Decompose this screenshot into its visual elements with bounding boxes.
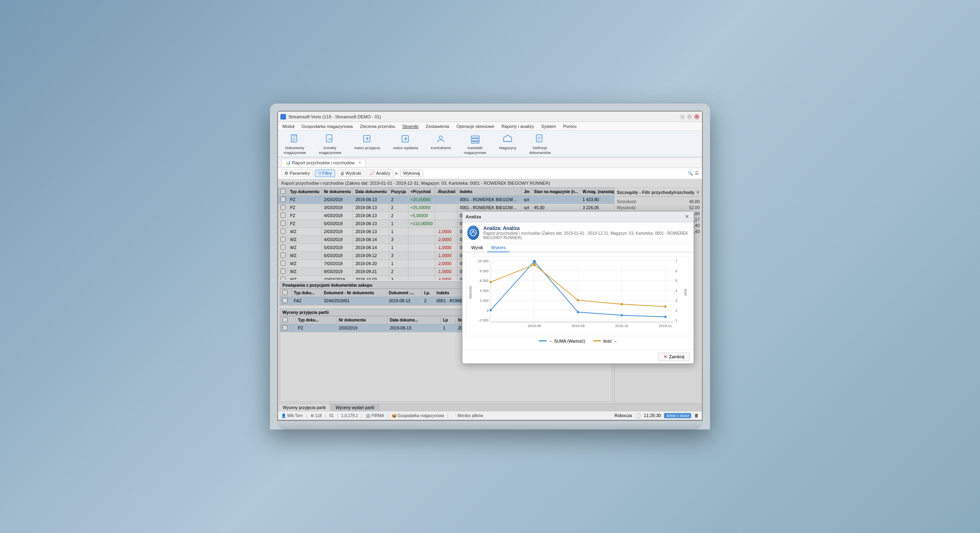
modal-tabs: Wynik Wykres (462, 244, 694, 252)
firma-icon: 🏢 (366, 413, 370, 418)
ribbon-label-awizo-w: Awizo wydania (393, 146, 418, 150)
ribbon-btn-magazyny[interactable]: Magazyny (497, 132, 519, 156)
tab-raport-close[interactable]: ✕ (358, 160, 361, 165)
sep4: | (361, 413, 362, 418)
status-location: 01 (329, 413, 334, 418)
svg-text:7: 7 (675, 259, 677, 263)
ribbon-btn-definicje[interactable]: Definicjedokumentów (527, 132, 553, 156)
svg-rect-12 (471, 139, 479, 141)
svg-text:6 000: 6 000 (480, 279, 488, 283)
ribbon-btn-awizo-p[interactable]: Awizo przyjęcia (352, 132, 382, 156)
modal-tab-wynik[interactable]: Wynik (467, 244, 487, 252)
toolbar-wydruki[interactable]: 🖨 Wydruki (337, 170, 365, 177)
menu-modul[interactable]: Moduł (281, 124, 296, 129)
suma-dot-2 (533, 260, 536, 263)
chart-container: 10 000 8 000 6 000 4 000 2 000 0 -2 000 … (466, 256, 690, 336)
legend-ilosc-label: Ilość → (603, 339, 617, 343)
status-company-id: ⚙ 118 (310, 413, 322, 418)
menu-system[interactable]: System (540, 124, 557, 129)
sep5: | (387, 413, 388, 418)
sep2: | (325, 413, 326, 418)
time-label: 11:25:30 (644, 413, 661, 418)
minimize-btn[interactable]: ─ (680, 114, 685, 120)
korekty-icon (324, 134, 336, 145)
wydruki-label: Wydruki (346, 171, 362, 176)
tab-raport-label: Raport przychodów i rozchodów (292, 160, 355, 165)
ribbon-btn-kartoteki[interactable]: Kartotekimagazynowe (462, 132, 489, 156)
svg-text:2019-08: 2019-08 (528, 324, 541, 328)
toolbar-analizy[interactable]: 📈 Analizy (366, 170, 393, 177)
company-id-label: 118 (315, 413, 322, 418)
svg-text:4 000: 4 000 (480, 289, 488, 293)
ilosc-dot-1 (490, 281, 492, 283)
menu-operacje[interactable]: Operacje okresowe (455, 124, 496, 129)
user-icon: 👤 (281, 413, 286, 418)
legend-suma: ← SUMA (Wartość) (539, 339, 585, 343)
module-icon: 📦 (392, 413, 396, 418)
suma-dot-4 (620, 314, 623, 316)
modal-header-title: Analiza: Analiza (483, 226, 689, 231)
ribbon-label-korekty: Korektymagazynowe (319, 146, 341, 155)
svg-text:2: 2 (675, 309, 677, 313)
svg-text:-2 000: -2 000 (478, 318, 488, 322)
clock-icon: 🕐 (635, 413, 641, 418)
menu-icon[interactable]: ☰ (695, 171, 699, 176)
kontrah-icon (435, 134, 446, 145)
svg-rect-1 (292, 135, 296, 137)
modal-header: Analiza: Analiza Raport przychodów i roz… (462, 222, 694, 244)
app-title: Streamsoft Verto (118 - Streamsoft DEMO … (288, 114, 381, 119)
status-firma: 🏢 FIRMA (366, 413, 384, 418)
modal-tab-wykres[interactable]: Wykres (487, 244, 510, 252)
ribbon-btn-korekty[interactable]: Korektymagazynowe (316, 132, 344, 156)
svg-text:2019-11: 2019-11 (659, 324, 672, 328)
title-bar-controls[interactable]: ─ □ ✕ (680, 114, 700, 120)
menu-pomoc[interactable]: Pomoc (562, 124, 578, 129)
ribbon: Dokumentymagazynowe Korektymagazynowe (278, 131, 702, 158)
ribbon-btn-dokumenty[interactable]: Dokumentymagazynowe (281, 132, 308, 156)
menu-gosp-mag[interactable]: Gospodarka magazynowa (300, 124, 354, 129)
tab-bar: 📊 Raport przychodów i rozchodów ✕ (278, 158, 702, 168)
legend-ilosc: Ilość → (593, 339, 617, 343)
modal-zamknij-label: Zamknij (669, 354, 684, 359)
menu-zlecenia[interactable]: Zlecenia przerobu (359, 124, 396, 129)
filtry-label: Filtry (322, 171, 332, 176)
analiza-modal: Analiza ✕ Analiza: Analiza (462, 211, 694, 364)
maximize-btn[interactable]: □ (687, 114, 692, 120)
company-icon: ⚙ (310, 413, 314, 418)
wydruki-icon: 🖨 (340, 171, 344, 176)
svg-text:4: 4 (675, 289, 677, 293)
toolbar-wykonaj[interactable]: Wykonaj (400, 170, 423, 177)
svg-text:5: 5 (675, 279, 677, 283)
monitor-label: Monitor plików (458, 413, 483, 418)
ribbon-label-definicje: Definicjedokumentów (529, 146, 551, 155)
ribbon-label-kontrah: Kontrahenci (431, 146, 451, 150)
ribbon-btn-awizo-w[interactable]: Awizo wydania (390, 132, 420, 156)
svg-rect-13 (471, 142, 479, 143)
suma-dot-1 (490, 309, 492, 311)
chart-area: 10 000 8 000 6 000 4 000 2 000 0 -2 000 … (462, 252, 694, 350)
modal-footer: ✕ Zamknij (462, 350, 694, 363)
mode-label: Robocza (614, 413, 632, 418)
menu-raporty[interactable]: Raporty i analizy (500, 124, 535, 129)
trash-icon[interactable]: 🗑 (694, 413, 699, 418)
status-version: 1.0.179.1 (341, 413, 358, 418)
ribbon-btn-kontrah[interactable]: Kontrahenci (428, 132, 454, 156)
menu-slowniki[interactable]: Słowniki (401, 124, 420, 129)
analizy-icon: 📈 (369, 171, 375, 176)
toolbar-parametry[interactable]: ⚙ Parametry (281, 170, 313, 177)
svg-rect-15 (536, 135, 542, 142)
svg-point-19 (470, 230, 476, 236)
modal-close-btn[interactable]: ✕ (683, 213, 690, 220)
modal-zamknij-btn[interactable]: ✕ Zamknij (658, 353, 690, 361)
ilosc-dot-4 (620, 303, 623, 305)
main-content: Raport przychodów i rozchodów (Zakres da… (278, 179, 702, 411)
search-icon[interactable]: 🔍 (688, 171, 693, 176)
legend-ilosc-dot (593, 340, 601, 341)
title-bar: Streamsoft Verto (118 - Streamsoft DEMO … (278, 112, 702, 122)
close-btn[interactable]: ✕ (694, 114, 700, 120)
modal-title: Analiza (466, 214, 481, 219)
toolbar-filtry[interactable]: ▽ Filtry (315, 170, 335, 177)
menu-zestawienia[interactable]: Zestawienia (424, 124, 450, 129)
tab-raport[interactable]: 📊 Raport przychodów i rozchodów ✕ (281, 159, 366, 166)
svg-point-20 (473, 230, 474, 232)
